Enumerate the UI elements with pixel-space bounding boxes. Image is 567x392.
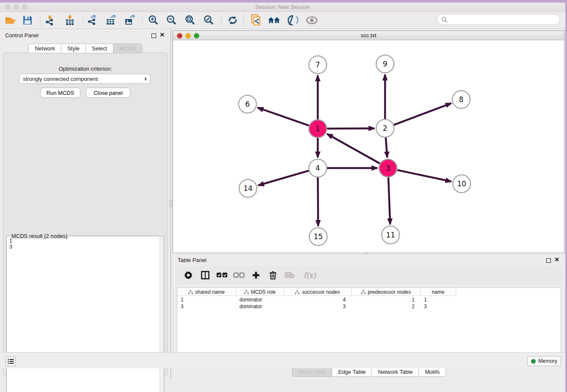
zoom-out-icon[interactable] [165, 14, 178, 27]
cell-name[interactable]: 1 [421, 296, 456, 303]
split-view-icon[interactable] [200, 270, 211, 281]
column-type-icon [295, 290, 300, 294]
column-header-shared-name[interactable]: shared name [177, 288, 236, 296]
column-header-name[interactable]: name [421, 288, 456, 296]
zoom-selected-icon[interactable] [203, 14, 215, 27]
toolbar-separator [83, 14, 83, 26]
edge-3-11[interactable] [388, 177, 390, 224]
toolbar-separator [221, 14, 222, 26]
status-bar: Memory [0, 352, 565, 368]
edge-2-8[interactable] [394, 103, 451, 125]
edge-3-10[interactable] [397, 170, 451, 182]
float-panel-icon[interactable] [151, 33, 156, 39]
new-network-from-selection-icon[interactable] [250, 14, 262, 27]
cell-predecessor-nodes[interactable]: 1 [352, 296, 421, 303]
apply-layout-icon[interactable] [226, 14, 239, 27]
cell-shared-name[interactable]: 3 [177, 303, 236, 310]
optimization-criterion-label: Optimization criterion: [3, 66, 167, 72]
task-history-button[interactable] [6, 356, 16, 366]
run-mcds-button[interactable]: Run MCDS [40, 88, 80, 98]
edge-4-14[interactable] [258, 171, 309, 185]
cell-MCDS-role[interactable]: dominator [236, 303, 284, 310]
window-title: Session: New Session [0, 4, 565, 10]
mcds-result-box: MCDS result (2 nodes) 1 3 [6, 236, 164, 392]
node-label-8: 8 [459, 95, 464, 104]
column-header-predecessor-nodes[interactable]: predecessor nodes [352, 288, 421, 296]
edge-4-15[interactable] [318, 177, 318, 226]
optimization-criterion-select[interactable]: strongly connected component ▴▾ [19, 74, 150, 84]
memory-label: Memory [538, 358, 557, 364]
first-neighbors-icon[interactable] [268, 14, 281, 27]
close-panel-icon[interactable]: ✕ [160, 33, 165, 37]
tab-network[interactable]: Network [28, 44, 61, 53]
cell-name[interactable]: 3 [421, 303, 456, 310]
edge-3-1[interactable] [327, 134, 380, 163]
tab-style[interactable]: Style [61, 44, 86, 53]
import-network-icon[interactable] [44, 14, 57, 27]
apply-style-icon[interactable] [287, 14, 300, 27]
tab-mcds[interactable]: MCDS [113, 44, 142, 53]
table-header-row: shared nameMCDS rolesuccessor nodesprede… [177, 288, 456, 296]
tab-node-table[interactable]: Node Table [292, 367, 333, 377]
main-toolbar [0, 12, 565, 29]
window-titlebar: Session: New Session [0, 3, 565, 12]
cell-predecessor-nodes[interactable]: 2 [352, 303, 421, 310]
float-table-panel-icon[interactable] [546, 258, 551, 264]
zoom-fit-icon[interactable] [184, 14, 197, 27]
close-panel-button[interactable]: Close panel [86, 88, 130, 98]
node-label-2: 2 [383, 124, 388, 133]
select-chevrons-icon: ▴▾ [145, 77, 146, 81]
tab-edge-table[interactable]: Edge Table [332, 367, 372, 377]
mcds-panel: Optimization criterion: strongly connect… [3, 52, 168, 375]
toolbar-separator [142, 14, 143, 26]
network-view-window: ✕ − + scc.txt 7968124314101511 [173, 30, 564, 253]
edge-2-3[interactable] [386, 138, 388, 157]
table-row[interactable]: 3dominator323 [177, 303, 456, 310]
cell-successor-nodes[interactable]: 4 [284, 296, 352, 303]
table-panel-title: Table Panel [178, 257, 206, 263]
open-file-icon[interactable] [4, 14, 17, 27]
node-label-10: 10 [457, 179, 466, 188]
cell-MCDS-role[interactable]: dominator [236, 296, 284, 303]
result-scrollbar[interactable] [160, 237, 163, 392]
table-toolbar: f(x) [176, 266, 562, 284]
cell-shared-name[interactable]: 1 [177, 296, 236, 303]
table-tabs: Node TableEdge TableNetwork TableMotifs [173, 367, 565, 377]
search-field[interactable] [437, 14, 560, 25]
table-row[interactable]: 1dominator411 [177, 296, 456, 303]
control-panel-title: Control Panel [5, 32, 39, 39]
show-hide-icon[interactable] [306, 14, 318, 27]
node-label-14: 14 [243, 184, 253, 193]
control-panel: Control Panel ✕ NetworkStyleSelectMCDS O… [0, 29, 171, 378]
export-image-icon[interactable] [124, 14, 136, 27]
column-header-successor-nodes[interactable]: successor nodes [284, 288, 352, 296]
tab-network-table[interactable]: Network Table [372, 367, 419, 377]
column-header-MCDS-role[interactable]: MCDS role [236, 288, 284, 296]
export-table-icon[interactable] [105, 14, 118, 27]
search-input[interactable] [450, 17, 556, 23]
gear-icon[interactable] [183, 270, 194, 281]
add-column-icon[interactable] [250, 270, 261, 281]
trash-icon[interactable] [267, 270, 278, 281]
node-label-4: 4 [316, 164, 320, 172]
deselect-all-icon[interactable] [234, 270, 245, 281]
edge-1-2[interactable] [327, 128, 374, 129]
node-label-9: 9 [383, 60, 388, 68]
save-session-icon[interactable] [21, 14, 34, 27]
network-canvas[interactable]: 7968124314101511 [173, 40, 564, 252]
cell-successor-nodes[interactable]: 3 [284, 303, 352, 310]
selected-option: strongly connected component [23, 76, 98, 82]
mcds-result-text[interactable]: 1 3 [8, 238, 159, 392]
export-network-icon[interactable] [86, 14, 99, 27]
memory-button[interactable]: Memory [527, 356, 561, 366]
tab-select[interactable]: Select [86, 44, 113, 53]
column-type-icon [188, 290, 193, 294]
close-table-panel-icon[interactable]: ✕ [554, 257, 559, 262]
zoom-in-icon[interactable] [147, 14, 160, 27]
select-all-icon[interactable] [217, 270, 228, 281]
list-icon [8, 359, 14, 364]
application-window: Session: New Session [0, 3, 565, 392]
tab-motifs[interactable]: Motifs [419, 367, 446, 377]
edge-1-6[interactable] [258, 108, 309, 125]
import-table-icon[interactable] [63, 14, 76, 27]
